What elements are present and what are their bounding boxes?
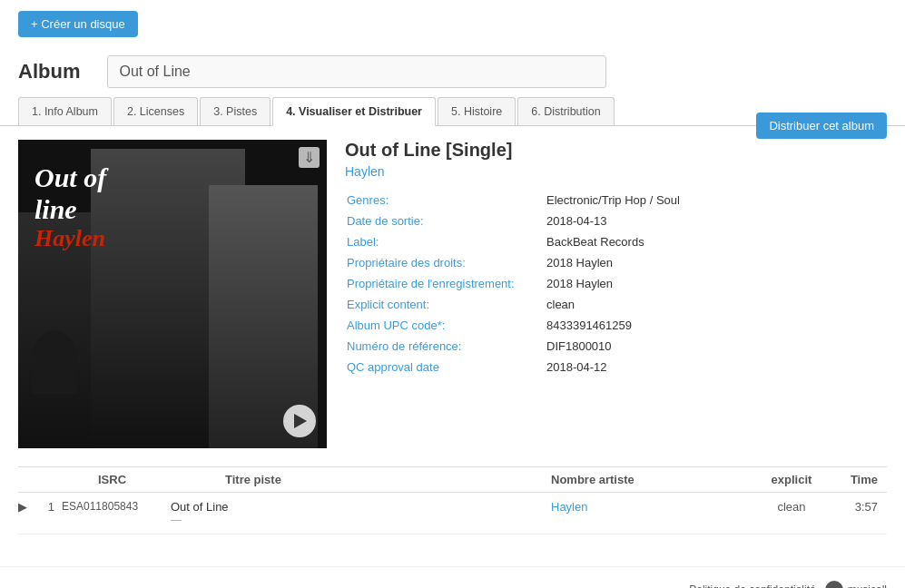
info-row-release-date: Date de sortie: 2018-04-13	[345, 211, 887, 231]
info-row-recording-owner: Propriétaire de l'enregistrement: 2018 H…	[345, 273, 887, 294]
header-artist: Nombre artiste	[551, 473, 751, 486]
musicall-logo: m musicall	[825, 581, 887, 588]
header-time: Time	[832, 473, 887, 486]
label-genres: Genres:	[345, 190, 545, 211]
footer: Politique de confidentialité m musicall	[0, 566, 905, 588]
label-upc: Album UPC code*:	[345, 315, 545, 336]
info-row-qc-date: QC approval date 2018-04-12	[345, 357, 887, 377]
tab-visualiser-distribuer[interactable]: 4. Visualiser et Distribuer	[272, 97, 436, 126]
track-number: 1	[38, 500, 54, 514]
value-rights-owner: 2018 Haylen	[545, 252, 887, 273]
label-qc-date: QC approval date	[345, 357, 545, 377]
table-row: ▶ 1 ESA011805843 Out of Line — Haylen cl…	[18, 493, 887, 534]
tracks-section: ISRC Titre piste Nombre artiste explicit…	[18, 466, 887, 534]
value-qc-date: 2018-04-12	[545, 357, 887, 377]
value-upc: 8433391461259	[545, 315, 887, 336]
tab-info-album[interactable]: 1. Info Album	[18, 97, 112, 125]
value-reference: DIF1800010	[545, 336, 887, 357]
tab-distribution[interactable]: 6. Distribution	[517, 97, 614, 125]
tab-histoire[interactable]: 5. Histoire	[438, 97, 516, 125]
value-release-date: 2018-04-13	[545, 211, 887, 231]
play-button[interactable]	[283, 405, 316, 437]
header-explicit: explicit	[751, 473, 832, 486]
logo-text: musicall	[848, 583, 887, 588]
album-info-table: Genres: Electronic/Trip Hop / Soul Date …	[345, 190, 887, 377]
info-row-label: Label: BackBeat Records	[345, 231, 887, 252]
label-rights-owner: Propriétaire des droits:	[345, 252, 545, 273]
privacy-policy-link[interactable]: Politique de confidentialité	[689, 583, 815, 588]
track-artist: Haylen	[551, 500, 751, 514]
info-row-genres: Genres: Electronic/Trip Hop / Soul	[345, 190, 887, 211]
logo-circle-icon: m	[825, 581, 843, 588]
info-row-explicit: Explicit content: clean	[345, 294, 887, 315]
label-reference: Numéro de référence:	[345, 336, 545, 357]
value-explicit: clean	[545, 294, 887, 315]
value-genres: Electronic/Trip Hop / Soul	[545, 190, 887, 211]
track-isrc: ESA011805843	[62, 500, 171, 513]
track-explicit: clean	[751, 500, 832, 514]
album-cover: Out of line Haylen ⇓	[18, 140, 327, 448]
label-release-date: Date de sortie:	[345, 211, 545, 231]
info-row-rights-owner: Propriétaire des droits: 2018 Haylen	[345, 252, 887, 273]
distribute-album-button[interactable]: Distribuer cet album	[756, 113, 887, 139]
track-time: 3:57	[832, 500, 887, 514]
create-disc-button[interactable]: + Créer un disque	[18, 11, 138, 37]
track-subtitle: —	[171, 514, 551, 526]
track-title: Out of Line	[171, 500, 551, 514]
header-isrc: ISRC	[98, 473, 225, 486]
tracks-table-header: ISRC Titre piste Nombre artiste explicit…	[18, 466, 887, 493]
info-row-reference: Numéro de référence: DIF1800010	[345, 336, 887, 357]
download-icon[interactable]: ⇓	[299, 147, 320, 168]
album-artist: Haylen	[345, 164, 512, 179]
tab-licenses[interactable]: 2. Licenses	[113, 97, 198, 125]
info-row-upc: Album UPC code*: 8433391461259	[345, 315, 887, 336]
album-single-title: Out of Line [Single]	[345, 140, 512, 161]
label-recording-owner: Propriétaire de l'enregistrement:	[345, 273, 545, 294]
value-label: BackBeat Records	[545, 231, 887, 252]
value-recording-owner: 2018 Haylen	[545, 273, 887, 294]
tab-pistes[interactable]: 3. Pistes	[200, 97, 271, 125]
album-name-display: Out of Line	[107, 55, 606, 88]
track-play-button[interactable]: ▶	[18, 500, 38, 514]
play-icon	[294, 414, 307, 428]
label-label: Label:	[345, 231, 545, 252]
label-explicit: Explicit content:	[345, 294, 545, 315]
album-label: Album	[18, 60, 80, 83]
header-title: Titre piste	[225, 473, 551, 486]
